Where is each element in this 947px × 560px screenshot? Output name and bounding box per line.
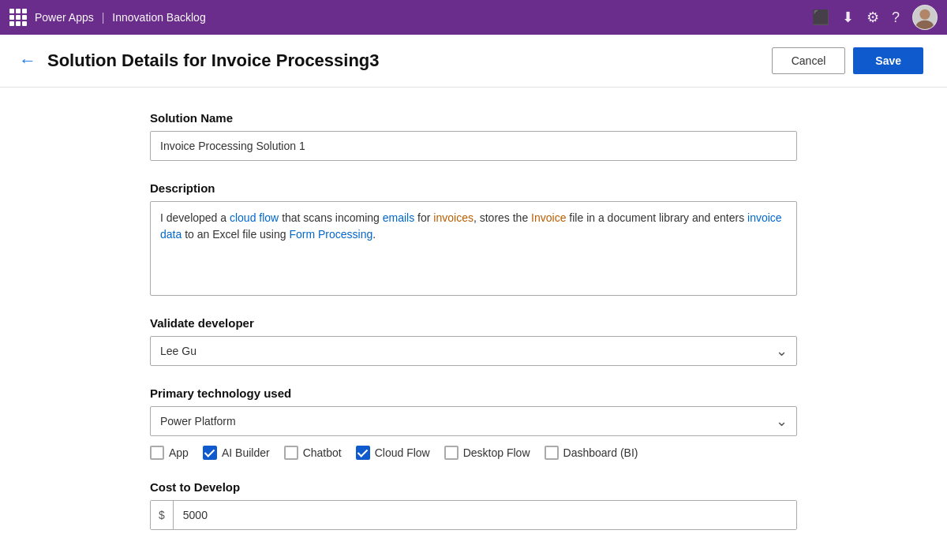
header-bar: ← Solution Details for Invoice Processin… [0, 35, 947, 88]
save-button[interactable]: Save [853, 47, 923, 74]
app-checkbox[interactable] [150, 446, 164, 460]
primary-tech-label: Primary technology used [150, 386, 797, 400]
app-launcher-icon[interactable] [9, 9, 27, 26]
checkbox-item-ai-builder: AI Builder [203, 446, 270, 460]
solution-name-input[interactable] [150, 131, 797, 161]
cost-label: Cost to Develop [150, 480, 797, 494]
download-icon[interactable]: ⬇ [842, 9, 854, 26]
ai-builder-checkbox-label[interactable]: AI Builder [222, 446, 270, 459]
description-field: Description I developed a cloud flow tha… [150, 181, 797, 296]
description-label: Description [150, 181, 797, 195]
checkbox-item-cloud-flow: Cloud Flow [356, 446, 430, 460]
description-input[interactable]: I developed a cloud flow that scans inco… [150, 201, 797, 296]
dashboard-checkbox[interactable] [545, 446, 559, 460]
form-body: Solution Name Description I developed a … [87, 88, 860, 560]
validate-developer-wrapper: Lee Gu ⌄ [150, 336, 797, 366]
header-actions: Cancel Save [772, 47, 923, 74]
chatbot-checkbox[interactable] [284, 446, 298, 460]
svg-point-0 [919, 9, 930, 20]
back-button[interactable]: ← [19, 50, 36, 71]
validate-developer-field: Validate developer Lee Gu ⌄ [150, 316, 797, 366]
top-navigation: Power Apps | Innovation Backlog ⬛ ⬇ ⚙ ? [0, 0, 947, 35]
dashboard-checkbox-label[interactable]: Dashboard (BI) [563, 446, 638, 459]
app-checkbox-label[interactable]: App [169, 446, 189, 459]
user-avatar[interactable] [912, 5, 938, 30]
share-icon[interactable]: ⬛ [812, 9, 829, 26]
checkbox-item-desktop-flow: Desktop Flow [444, 446, 530, 460]
primary-tech-select[interactable]: Power Platform [150, 406, 797, 436]
checkbox-item-dashboard: Dashboard (BI) [545, 446, 638, 460]
cost-prefix: $ [151, 501, 174, 529]
main-content: ← Solution Details for Invoice Processin… [0, 35, 947, 560]
checkbox-item-app: App [150, 446, 189, 460]
page-title: Solution Details for Invoice Processing3 [47, 50, 380, 71]
primary-tech-wrapper: Power Platform ⌄ [150, 406, 797, 436]
cancel-button[interactable]: Cancel [772, 47, 846, 74]
cost-field: Cost to Develop $ [150, 480, 797, 530]
app-name: Power Apps [35, 11, 94, 24]
primary-tech-field: Primary technology used Power Platform ⌄… [150, 386, 797, 460]
settings-icon[interactable]: ⚙ [867, 9, 879, 26]
nav-context: Innovation Backlog [112, 11, 205, 24]
validate-developer-label: Validate developer [150, 316, 797, 330]
chatbot-checkbox-label[interactable]: Chatbot [303, 446, 342, 459]
cost-input-wrapper: $ [150, 500, 797, 530]
checkbox-item-chatbot: Chatbot [284, 446, 342, 460]
nav-separator: | [102, 11, 105, 24]
solution-name-label: Solution Name [150, 111, 797, 125]
cloud-flow-checkbox[interactable] [356, 446, 370, 460]
ai-builder-checkbox[interactable] [203, 446, 217, 460]
svg-point-1 [916, 21, 934, 29]
cost-input[interactable] [174, 501, 796, 529]
desktop-flow-checkbox-label[interactable]: Desktop Flow [463, 446, 530, 459]
validate-developer-select[interactable]: Lee Gu [150, 336, 797, 366]
technology-checkboxes: App AI Builder Chatbot Cloud Flow Deskto… [150, 446, 797, 460]
cloud-flow-checkbox-label[interactable]: Cloud Flow [375, 446, 430, 459]
desktop-flow-checkbox[interactable] [444, 446, 459, 460]
solution-name-field: Solution Name [150, 111, 797, 161]
help-icon[interactable]: ? [892, 9, 900, 26]
